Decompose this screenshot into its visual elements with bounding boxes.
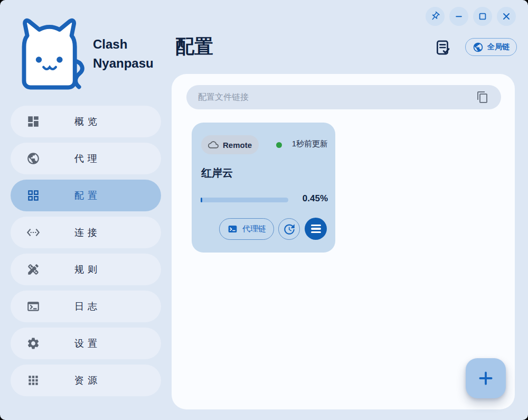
sidebar-item-label: 日志 xyxy=(11,300,161,313)
sidebar-item-connections[interactable]: 连接 xyxy=(11,217,161,248)
doc-check-icon xyxy=(434,39,452,57)
updated-time-text: 1秒前更新 xyxy=(292,138,328,150)
minimize-icon xyxy=(454,11,464,22)
sidebar-item-label: 设置 xyxy=(11,337,161,350)
updated-time: 1秒前更新 xyxy=(286,138,328,150)
sidebar-item-resources[interactable]: 资源 xyxy=(11,365,161,396)
profile-card[interactable]: Remote 1秒前更新 红岸云 0.45% 代理链 xyxy=(192,123,335,253)
main-panel: Remote 1秒前更新 红岸云 0.45% 代理链 xyxy=(172,74,515,409)
profile-type-label: Remote xyxy=(223,141,252,150)
plus-icon xyxy=(477,369,495,387)
progress-fill xyxy=(201,198,202,202)
maximize-button[interactable] xyxy=(473,7,492,26)
sidebar-item-proxy[interactable]: 代理 xyxy=(11,143,161,174)
proxy-chain-label: 代理链 xyxy=(242,224,266,234)
app-title-line2: Nyanpasu xyxy=(93,54,154,73)
close-icon xyxy=(501,11,512,22)
sidebar-item-logs[interactable]: 日志 xyxy=(11,291,161,322)
app-window: Clash Nyanpasu 概览 代理 配置 连接 xyxy=(0,0,528,420)
sidebar-item-label: 连接 xyxy=(11,226,161,239)
minimize-button[interactable] xyxy=(449,7,468,26)
copy-icon xyxy=(476,91,489,104)
profile-menu-button[interactable] xyxy=(305,218,327,240)
profile-type-chip: Remote xyxy=(201,135,259,154)
profile-url-input[interactable] xyxy=(186,85,501,109)
global-chain-label: 全局链 xyxy=(487,42,510,52)
cloud-icon xyxy=(208,139,219,150)
traffic-progress-bar xyxy=(201,198,288,202)
sidebar-item-label: 概览 xyxy=(11,115,161,128)
profile-name: 红岸云 xyxy=(201,166,233,180)
paste-from-clipboard-button[interactable] xyxy=(475,90,490,105)
runtime-config-button[interactable] xyxy=(433,38,453,58)
sidebar-item-label: 代理 xyxy=(11,152,161,165)
app-title-line1: Clash xyxy=(93,35,154,54)
update-profile-button[interactable] xyxy=(278,218,300,240)
sidebar-item-rules[interactable]: 规则 xyxy=(11,254,161,285)
sidebar-item-label: 规则 xyxy=(11,263,161,276)
sidebar-nav: 概览 代理 配置 连接 规则 xyxy=(11,106,161,402)
status-dot xyxy=(276,142,282,148)
traffic-percent: 0.45% xyxy=(303,193,328,204)
terminal-icon xyxy=(227,223,238,235)
menu-icon xyxy=(311,225,321,227)
app-title: Clash Nyanpasu xyxy=(93,35,154,73)
page-title: 配置 xyxy=(175,34,213,60)
update-icon xyxy=(282,222,296,236)
maximize-icon xyxy=(477,11,488,22)
sidebar-item-label: 资源 xyxy=(11,374,161,387)
sidebar-item-overview[interactable]: 概览 xyxy=(11,106,161,137)
sidebar-item-profiles[interactable]: 配置 xyxy=(11,180,161,211)
close-button[interactable] xyxy=(497,7,516,26)
globe-icon xyxy=(473,42,484,53)
global-chain-button[interactable]: 全局链 xyxy=(465,38,517,56)
add-profile-button[interactable] xyxy=(466,358,506,398)
pin-window-button[interactable] xyxy=(426,7,445,26)
sidebar-item-settings[interactable]: 设置 xyxy=(11,328,161,359)
cat-logo-icon xyxy=(15,18,89,90)
app-logo: Clash Nyanpasu xyxy=(15,18,154,90)
proxy-chain-button[interactable]: 代理链 xyxy=(219,218,274,240)
pushpin-icon xyxy=(430,11,440,22)
sidebar-item-label: 配置 xyxy=(11,189,161,202)
